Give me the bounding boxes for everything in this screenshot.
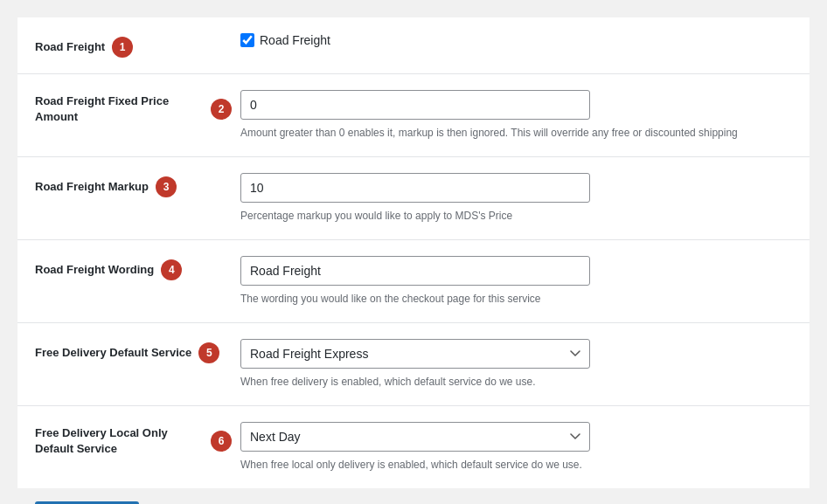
badge-road-freight-wording: 4 [161,259,182,280]
input-road-freight-markup[interactable] [240,173,590,203]
control-col-free-delivery-default-service: Road FreightRoad Freight ExpressNext Day… [240,339,792,390]
control-col-road-freight-markup: Percentage markup you would like to appl… [240,173,792,224]
label-text-free-delivery-default-service: Free Delivery Default Service [35,345,191,361]
select-free-delivery-local-only[interactable]: Road FreightRoad Freight ExpressNext Day [240,422,590,452]
label-col-road-freight-fixed-price: Road Freight Fixed Price Amount2 [35,90,240,125]
help-text-road-freight-wording: The wording you would like on the checko… [240,291,792,307]
label-col-road-freight-wording: Road Freight Wording4 [35,256,240,280]
label-col-road-freight-markup: Road Freight Markup3 [35,173,240,197]
control-col-free-delivery-local-only: Road FreightRoad Freight ExpressNext Day… [240,422,792,473]
help-text-free-delivery-local-only: When free local only delivery is enabled… [240,457,792,473]
help-text-free-delivery-default-service: When free delivery is enabled, which def… [240,374,792,390]
settings-row-road-freight: Road Freight1Road Freight [17,17,810,74]
control-col-road-freight-wording: The wording you would like on the checko… [240,256,792,307]
badge-free-delivery-default-service: 5 [198,342,219,363]
help-text-road-freight-fixed-price: Amount greater than 0 enables it, markup… [240,125,792,141]
label-text-road-freight-markup: Road Freight Markup [35,179,149,195]
checkbox-road-freight[interactable] [240,33,254,47]
settings-row-free-delivery-default-service: Free Delivery Default Service5Road Freig… [17,323,810,406]
input-road-freight-fixed-price[interactable] [240,90,590,120]
label-col-road-freight: Road Freight1 [35,33,240,58]
badge-free-delivery-local-only: 6 [211,431,232,452]
settings-rows: Road Freight1Road FreightRoad Freight Fi… [17,17,810,488]
settings-row-road-freight-wording: Road Freight Wording4The wording you wou… [17,240,810,323]
settings-row-free-delivery-local-only: Free Delivery Local Only Default Service… [17,406,810,488]
settings-row-road-freight-fixed-price: Road Freight Fixed Price Amount2Amount g… [17,74,810,157]
input-road-freight-wording[interactable] [240,256,590,286]
label-text-road-freight: Road Freight [35,39,105,55]
label-text-road-freight-fixed-price: Road Freight Fixed Price Amount [35,93,204,125]
control-col-road-freight: Road Freight [240,33,792,47]
label-col-free-delivery-local-only: Free Delivery Local Only Default Service… [35,422,240,457]
checkbox-wrapper-road-freight: Road Freight [240,33,792,47]
label-text-road-freight-wording: Road Freight Wording [35,262,154,278]
checkbox-label-road-freight: Road Freight [260,33,330,47]
save-section: Save changes [17,488,810,504]
help-text-road-freight-markup: Percentage markup you would like to appl… [240,208,792,224]
badge-road-freight-fixed-price: 2 [211,99,232,120]
label-col-free-delivery-default-service: Free Delivery Default Service5 [35,339,240,363]
settings-container: Road Freight1Road FreightRoad Freight Fi… [0,0,827,504]
badge-road-freight: 1 [112,37,133,58]
control-col-road-freight-fixed-price: Amount greater than 0 enables it, markup… [240,90,792,141]
select-free-delivery-default-service[interactable]: Road FreightRoad Freight ExpressNext Day [240,339,590,369]
label-text-free-delivery-local-only: Free Delivery Local Only Default Service [35,425,204,457]
badge-road-freight-markup: 3 [156,176,177,197]
settings-row-road-freight-markup: Road Freight Markup3Percentage markup yo… [17,157,810,240]
